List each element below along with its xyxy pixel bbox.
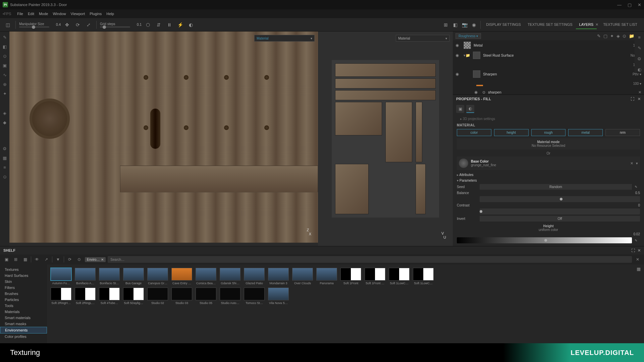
properties-close-icon[interactable]: ✕ [638, 97, 641, 101]
shelf-item[interactable]: Studio 02 [147, 288, 168, 305]
shelf-cat-hard-surfaces[interactable]: Hard Surfaces [0, 273, 47, 279]
shelf-item[interactable]: Vila Nova S… [268, 288, 289, 305]
tab-display-settings[interactable]: DISPLAY SETTINGS [483, 20, 524, 29]
render-icon[interactable]: ◉ [470, 20, 478, 29]
shelf-item[interactable]: Soft 1Front [340, 268, 362, 285]
shelf-item[interactable]: Studio 03 [171, 288, 193, 305]
shelf-cat-textures[interactable]: Textures [0, 266, 47, 273]
log-icon[interactable]: ≡ [2, 164, 8, 170]
shelf-item[interactable]: Canopus Gr… [147, 268, 168, 285]
shelf-close-icon[interactable]: ✕ [638, 248, 641, 253]
tab-layers-close[interactable]: ✕ [595, 22, 598, 29]
shelf-item[interactable]: Mondarrain 3 [268, 268, 289, 285]
shelf-item[interactable]: Bonifacio A… [74, 268, 96, 285]
channel-rough[interactable]: rough [531, 129, 566, 136]
menu-edit[interactable]: Edit [28, 12, 34, 16]
ortho-toggle-icon[interactable]: ◫ [3, 20, 12, 29]
height-slider[interactable] [457, 237, 632, 243]
shelf-item[interactable]: Cave Entry … [171, 268, 193, 285]
manipulator-size-slider[interactable] [19, 26, 49, 27]
perspective-icon[interactable]: ⬡ [144, 20, 152, 29]
shelf-item[interactable]: Soft 5Daylig… [123, 288, 144, 305]
shelf-used-icon[interactable]: ⊙ [75, 256, 83, 263]
shelf-item[interactable]: Studio Auto… [219, 288, 241, 305]
resource-close-icon[interactable]: ✕ [630, 161, 633, 166]
shelf-cat-tools[interactable]: Tools [0, 303, 47, 309]
menu-viewport[interactable]: Viewport [71, 12, 85, 16]
layer-sharpen[interactable]: ◉ Sharpen Pthr [453, 69, 644, 79]
properties-undock-icon[interactable]: ⛶ [631, 97, 634, 101]
shelf-cat-color-profiles[interactable]: Color profiles [0, 334, 47, 340]
shelf-search-clear-icon[interactable]: ✕ [634, 256, 641, 263]
folder-icon[interactable]: ▾📁 [464, 53, 470, 58]
menu-window[interactable]: Window [53, 12, 66, 16]
visibility-toggle[interactable]: ◉ [474, 90, 480, 95]
menu-mode[interactable]: Mode [39, 12, 48, 16]
resource-dropdown-icon[interactable]: ▾ [636, 161, 638, 166]
shelf-item[interactable]: Bonifacio St… [99, 268, 120, 285]
tab-layers[interactable]: LAYERS [576, 20, 597, 29]
close-button[interactable]: ✕ [638, 2, 641, 7]
shelf-filter-icon[interactable]: ▼ [54, 256, 62, 263]
shelf-view-grid-icon[interactable]: ▦ [637, 266, 641, 272]
projection-tool-icon[interactable]: ⊙ [2, 53, 8, 59]
baking-icon[interactable]: ◐ [186, 20, 195, 29]
add-folder-icon[interactable]: 📁 [629, 34, 634, 39]
shelf-eye-icon[interactable]: 👁 [33, 256, 41, 263]
shelf-item[interactable]: Autumn Fo… [50, 268, 72, 285]
attributes-collapse[interactable]: Attributes [457, 172, 640, 178]
channel-nrm[interactable]: nrm [605, 129, 640, 136]
shelf-item[interactable]: Soft 1LowC… [388, 268, 410, 285]
shelf-cat-smart-materials[interactable]: Smart materials [0, 315, 47, 321]
add-fill-icon[interactable]: ◈ [616, 34, 620, 39]
resource-row[interactable]: Base Color grunge_rust_fine ✕ ▾ [457, 157, 640, 170]
visibility-toggle[interactable]: ◉ [455, 43, 461, 48]
channel-selector[interactable]: Roughness [455, 33, 481, 39]
shelf-cat-smart-masks[interactable]: Smart masks [0, 321, 47, 327]
visibility-toggle[interactable]: ◉ [455, 53, 461, 58]
channel-color[interactable]: color [457, 129, 491, 136]
tab-texture-set-list[interactable]: TEXTURE SET LIST [600, 20, 641, 29]
iray-icon[interactable]: ⚡ [176, 20, 184, 29]
panel-settings-icon[interactable]: ⚙ [636, 56, 642, 62]
shelf-item[interactable]: Soft 1LowC… [413, 268, 434, 285]
panel-layers-icon[interactable]: ≡ [636, 34, 642, 40]
shelf-item[interactable]: Over Clouds [292, 268, 313, 285]
brush-tool-icon[interactable]: ✎ [2, 34, 8, 40]
shelf-cat-skin[interactable]: Skin [0, 279, 47, 285]
add-smart-icon[interactable]: ⊙ [623, 34, 626, 39]
visibility-toggle[interactable]: ◉ [455, 72, 461, 76]
channel-metal[interactable]: metal [568, 129, 603, 136]
viewport-material-dropdown[interactable]: Material [254, 35, 315, 42]
shelf-item[interactable]: Soft 2RingL… [74, 288, 96, 305]
shelf-refresh-icon[interactable]: ⟳ [66, 256, 73, 263]
seed-random-button[interactable]: Random [480, 184, 632, 190]
shelf-item[interactable]: Bus Garage [123, 268, 144, 285]
add-mask-icon[interactable]: ▢ [603, 34, 607, 39]
layer-metal[interactable]: ◉ Metal 100 [453, 40, 644, 50]
layer-thumb[interactable] [473, 70, 480, 78]
camera-icon[interactable]: 📷 [460, 20, 469, 29]
material-picker-icon[interactable]: ✦ [2, 90, 8, 97]
fill-tool-icon[interactable]: ▣ [2, 62, 8, 68]
clone-tool-icon[interactable]: ⊕ [2, 81, 8, 87]
viewport[interactable]: Material Z X Material V U [9, 32, 453, 246]
viewport-2d[interactable]: Material V U [318, 32, 453, 246]
viewport-2d-material-dropdown[interactable]: Material [396, 35, 449, 42]
maximize-button[interactable]: ▢ [628, 2, 632, 7]
cube-icon[interactable]: ◧ [451, 20, 460, 29]
symmetry-icon[interactable]: ⇵ [154, 20, 163, 29]
layer-thumb[interactable] [473, 52, 480, 59]
gear-tool-icon[interactable]: ⚙ [2, 145, 8, 152]
effect-sharpen[interactable]: ◉ ⊙ sharpen ✕ [453, 88, 644, 95]
invert-toggle[interactable]: Off [480, 216, 640, 222]
help-tool-icon[interactable]: ⊙ [2, 174, 8, 180]
shelf-item[interactable]: Corsica Bea… [195, 268, 217, 285]
balance-slider[interactable] [480, 196, 640, 202]
tag-close-icon[interactable]: ✕ [101, 258, 104, 261]
shelf-undock-icon[interactable]: ⛶ [631, 248, 635, 253]
menu-help[interactable]: Help [106, 12, 114, 16]
parameters-collapse[interactable]: Parameters [457, 178, 640, 183]
poly-fill-icon[interactable]: ◈ [2, 110, 8, 116]
shelf-filter-tag[interactable]: Enviro…✕ [85, 257, 106, 262]
